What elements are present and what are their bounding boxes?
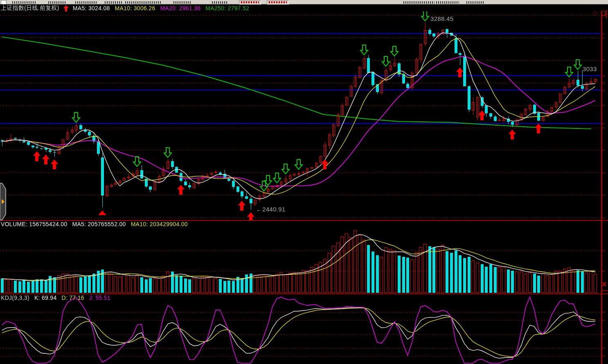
trading-app-window: 上证指数(日线.前复权) MA5: 3024.08 MA10: 3006.26 … — [0, 0, 608, 364]
menu-bar[interactable] — [0, 0, 608, 4]
kdj-k-value: K: 69.94 — [34, 294, 57, 301]
menu-red-button[interactable] — [267, 0, 289, 4]
current-price-label: 3033 — [583, 65, 597, 72]
menu-item[interactable] — [125, 1, 162, 4]
menu-item[interactable] — [105, 1, 122, 4]
low-price-label: ←2440.91 — [256, 206, 286, 213]
kdj-pane-header: KDJ(9,3,3) K: 69.94 D: 77.16 J: 55.51 — [1, 294, 110, 301]
chart-title: 上证指数(日线.前复权) — [1, 4, 59, 12]
ma10-value: MA10: 3006.26 — [115, 5, 155, 11]
ma250-value: MA250: 2797.52 — [205, 5, 249, 11]
volume-pane-header: VOLUME: 156755424.00 MA5: 205765552.00 M… — [1, 221, 188, 227]
menu-item[interactable] — [436, 1, 459, 4]
volume-ma5-value: MA5: 205765552.00 — [72, 221, 126, 227]
diamond-icon[interactable]: ◇ — [592, 9, 597, 17]
kdj-d-value: D: 77.16 — [61, 294, 84, 301]
peak-price-label: 3288.45 — [430, 15, 453, 22]
document-icon[interactable] — [1, 0, 7, 4]
menu-item[interactable] — [466, 1, 484, 4]
panel-close-button[interactable]: X — [602, 281, 606, 288]
menu-item[interactable] — [212, 1, 228, 4]
chart-canvas[interactable] — [0, 0, 608, 364]
ma5-value: MA5: 3024.08 — [73, 5, 110, 11]
flyout-tab-handle[interactable] — [0, 182, 7, 221]
menu-item[interactable] — [173, 1, 191, 4]
main-chart-header: 上证指数(日线.前复权) MA5: 3024.08 MA10: 3006.26 … — [1, 4, 249, 12]
menu-red-button[interactable] — [239, 0, 261, 4]
menu-item[interactable] — [75, 1, 97, 4]
menu-item[interactable] — [403, 1, 435, 4]
menu-item[interactable] — [12, 1, 36, 4]
menu-item[interactable] — [48, 1, 66, 4]
ma20-value: MA20: 2961.36 — [160, 5, 200, 11]
kdj-label: KDJ(9,3,3) — [1, 294, 29, 301]
window-split-icon[interactable] — [601, 10, 608, 19]
up-arrow-icon — [63, 5, 69, 11]
volume-value: VOLUME: 156755424.00 — [1, 221, 67, 227]
kdj-j-value: J: 55.51 — [89, 294, 110, 301]
volume-ma10-value: MA10: 203429904.00 — [131, 221, 188, 227]
